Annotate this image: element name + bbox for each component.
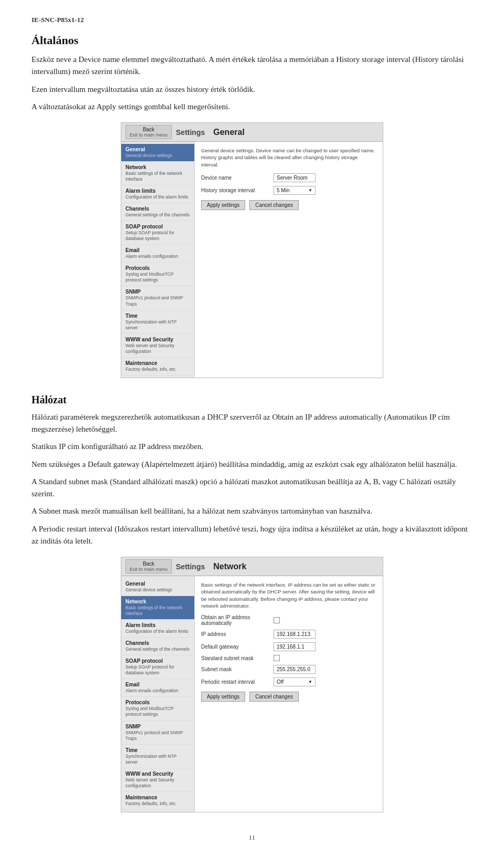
sidebar-item-snmp[interactable]: SNMPSNMPv1 protocol and SNMP Traps [121,721,194,745]
sc1-main: General device settings. Device name can… [195,142,383,378]
sc2-desc: Basic settings of the network interface.… [201,581,376,609]
sidebar-item-alarm-limits[interactable]: Alarm limitsConfiguration of the alarm l… [121,620,194,638]
section2-para6: A Periodic restart interval (Időszakos r… [32,523,472,548]
sidebar-item-protocols[interactable]: ProtocolsSyslog and ModbusTCP protocol s… [121,263,194,286]
section1-para2: Ezen intervallum megváltoztatása után az… [32,84,472,96]
section2-para5: A Subnet mask mezőt manuálisan kell beál… [32,505,472,517]
sc2-body: GeneralGeneral device settingsNetworkBas… [121,576,383,812]
section2-para4: A Standard subnet mask (Standard alhálóz… [32,476,472,500]
section2-para3: Nem szükséges a Default gateway (Alapért… [32,458,472,471]
section2-heading: Hálózat [32,394,472,406]
field-row: Subnet mask255.255.255.0 [201,665,376,674]
sidebar-item-channels[interactable]: ChannelsGeneral settings of the channels [121,203,194,221]
field-label: Periodic restart interval [201,679,269,685]
field-label: Subnet mask [201,666,269,672]
sc1-cancel-btn[interactable]: Cancel changes [249,200,299,210]
field-checkbox[interactable] [274,617,280,623]
sc1-body: GeneralGeneral device settingsNetworkBas… [121,142,383,378]
sidebar-item-network[interactable]: NetworkBasic settings of the network int… [121,596,194,620]
sc1-back-button[interactable]: Back Exit to main menu [125,125,172,139]
field-value[interactable]: 255.255.255.0 [274,665,316,674]
sc2-topbar: Back Exit to main menu Settings Network [121,557,383,576]
section2-para1: Hálózati paraméterek megszerezhetők auto… [32,411,472,436]
sc1-title-area: Settings General [176,128,245,137]
sc2-back-button[interactable]: Back Exit to main menu [125,559,172,573]
sidebar-item-email[interactable]: EmailAlarm emails configuration [121,679,194,697]
screenshot1: Back Exit to main menu Settings General … [121,122,383,378]
field-label: Device name [201,175,269,181]
sidebar-item-www-and-security[interactable]: WWW and SecurityWeb server and Security … [121,768,194,792]
page-header: IE-SNC-P85x1-12 [32,16,472,24]
sidebar-item-snmp[interactable]: SNMPSNMPv1 protocol and SNMP Traps [121,286,194,310]
field-row: IP address192.168.1.213 [201,630,376,639]
field-value[interactable]: 192.168.1.213 [274,630,316,639]
field-select[interactable]: 5 Min▼ [274,186,316,195]
section1-para1: Eszköz neve a Device name elemmel megvál… [32,54,472,78]
field-checkbox[interactable] [274,655,280,661]
sc1-sidebar: GeneralGeneral device settingsNetworkBas… [121,142,195,378]
field-row: Default gateway192.168.1.1 [201,642,376,651]
screenshot2-container: Back Exit to main menu Settings Network … [32,557,472,812]
field-label: Obtain an IP address automatically [201,614,269,626]
sc1-apply-btn[interactable]: Apply settings [201,200,245,210]
sc2-apply-btn[interactable]: Apply settings [201,692,245,702]
sc2-title-area: Settings Network [176,562,246,571]
field-row: Periodic restart intervalOff▼ [201,677,376,686]
field-label: Default gateway [201,644,269,650]
field-label: IP address [201,631,269,637]
sidebar-item-maintenance[interactable]: MaintenanceFactory defaults, info, etc. [121,792,194,810]
field-value[interactable]: Server Room [274,173,316,182]
sidebar-item-time[interactable]: TimeSynchronization with NTP server [121,745,194,768]
screenshot2: Back Exit to main menu Settings Network … [121,557,383,812]
sidebar-item-email[interactable]: EmailAlarm emails configuration [121,245,194,263]
field-label: Standard subnet mask [201,655,269,661]
sidebar-item-general[interactable]: GeneralGeneral device settings [121,144,194,162]
section1-heading: Általános [32,34,472,47]
screenshot1-container: Back Exit to main menu Settings General … [32,122,472,378]
sidebar-item-soap-protocol[interactable]: SOAP protocolSetup SOAP protocol for dat… [121,221,194,245]
field-value[interactable]: 192.168.1.1 [274,642,316,651]
section2-para2: Statikus IP cím konfigurálható az IP add… [32,441,472,453]
sidebar-item-general[interactable]: GeneralGeneral device settings [121,578,194,596]
sc1-desc: General device settings. Device name can… [201,147,376,168]
field-select[interactable]: Off▼ [274,677,316,686]
sc2-sidebar: GeneralGeneral device settingsNetworkBas… [121,576,195,812]
sidebar-item-maintenance[interactable]: MaintenanceFactory defaults, info, etc. [121,358,194,375]
field-row: History storage interval5 Min▼ [201,186,376,195]
sidebar-item-channels[interactable]: ChannelsGeneral settings of the channels [121,638,194,655]
sc2-cancel-btn[interactable]: Cancel changes [249,692,299,702]
field-row: Device nameServer Room [201,173,376,182]
sidebar-item-soap-protocol[interactable]: SOAP protocolSetup SOAP protocol for dat… [121,655,194,679]
sidebar-item-alarm-limits[interactable]: Alarm limitsConfiguration of the alarm l… [121,185,194,203]
section1-para3: A változtatásokat az Apply settings gomb… [32,101,472,113]
sidebar-item-www-and-security[interactable]: WWW and SecurityWeb server and Security … [121,334,194,358]
field-row: Obtain an IP address automatically [201,614,376,626]
field-row: Standard subnet mask [201,655,376,661]
sidebar-item-time[interactable]: TimeSynchronization with NTP server [121,310,194,334]
field-label: History storage interval [201,187,269,193]
sidebar-item-protocols[interactable]: ProtocolsSyslog and ModbusTCP protocol s… [121,697,194,721]
sc2-buttons: Apply settings Cancel changes [201,692,376,702]
sidebar-item-network[interactable]: NetworkBasic settings of the network int… [121,162,194,185]
sc1-buttons: Apply settings Cancel changes [201,200,376,210]
sc1-topbar: Back Exit to main menu Settings General [121,123,383,142]
sc2-main: Basic settings of the network interface.… [195,576,383,812]
page-number: 11 [32,833,472,842]
